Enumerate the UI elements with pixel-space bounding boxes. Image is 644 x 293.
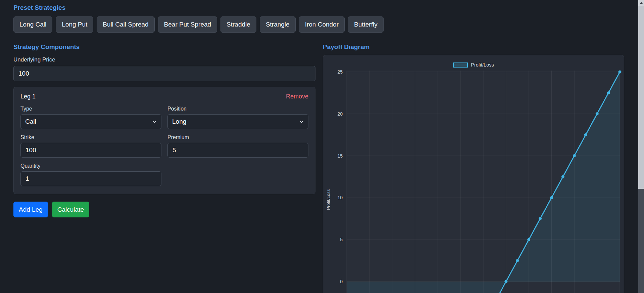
preset-straddle-button[interactable]: Straddle <box>220 16 256 33</box>
premium-field: Premium <box>167 134 308 158</box>
premium-input[interactable] <box>167 143 308 158</box>
options-strategy-page: Preset Strategies Long Call Long Put Bul… <box>0 0 644 293</box>
premium-label: Premium <box>167 134 308 141</box>
preset-bull-call-spread-button[interactable]: Bull Call Spread <box>97 16 154 33</box>
preset-iron-condor-button[interactable]: Iron Condor <box>299 16 345 33</box>
preset-strangle-button[interactable]: Strangle <box>260 16 296 33</box>
position-field: Position Long <box>167 106 308 129</box>
quantity-field: Quantity <box>20 163 161 186</box>
leg-fields-grid: Type Call Position Long <box>20 106 308 191</box>
svg-text:15: 15 <box>337 153 343 159</box>
preset-strategies-title: Preset Strategies <box>13 4 631 12</box>
underlying-price-input[interactable] <box>13 66 315 81</box>
scrollbar-thumb[interactable] <box>638 6 644 189</box>
app-viewport: Preset Strategies Long Call Long Put Bul… <box>0 0 644 293</box>
legend-swatch-icon <box>453 62 468 68</box>
type-select-value: Call <box>25 118 36 125</box>
leg-title: Leg 1 <box>20 93 36 100</box>
main-columns: Strategy Components Underlying Price Leg… <box>13 43 631 293</box>
preset-butterfly-button[interactable]: Butterfly <box>348 16 384 33</box>
svg-text:25: 25 <box>337 69 343 75</box>
type-label: Type <box>20 106 161 112</box>
strike-input[interactable] <box>20 143 161 158</box>
chevron-down-icon <box>299 119 304 124</box>
svg-text:10: 10 <box>337 195 343 201</box>
svg-text:5: 5 <box>340 237 343 243</box>
quantity-input[interactable] <box>20 171 161 186</box>
svg-text:20: 20 <box>337 111 343 117</box>
quantity-label: Quantity <box>20 163 161 169</box>
calculate-button[interactable]: Calculate <box>52 202 89 218</box>
payoff-chart[interactable]: 0510152025Profit/Loss <box>323 55 624 293</box>
payoff-diagram-title: Payoff Diagram <box>323 43 624 51</box>
strategy-components-title: Strategy Components <box>13 43 315 51</box>
strike-label: Strike <box>20 134 161 141</box>
chart-legend[interactable]: Profit/Loss <box>323 62 624 68</box>
remove-leg-button[interactable]: Remove <box>286 93 308 100</box>
underlying-price-label: Underlying Price <box>13 56 315 63</box>
preset-strategies-row: Long Call Long Put Bull Call Spread Bear… <box>13 16 631 33</box>
preset-long-call-button[interactable]: Long Call <box>13 16 52 33</box>
position-select-value: Long <box>172 118 186 125</box>
strategy-components-panel: Strategy Components Underlying Price Leg… <box>13 43 315 293</box>
scroll-up-icon <box>640 2 643 4</box>
payoff-panel: Payoff Diagram Profit/Loss 0510152025Pro… <box>323 43 624 293</box>
add-leg-button[interactable]: Add Leg <box>13 202 48 218</box>
type-select[interactable]: Call <box>20 114 161 129</box>
chevron-down-icon <box>152 119 157 124</box>
type-field: Type Call <box>20 106 161 129</box>
legend-label: Profit/Loss <box>471 62 494 68</box>
preset-bear-put-spread-button[interactable]: Bear Put Spread <box>158 16 217 33</box>
leg-card: Leg 1 Remove Type Call <box>13 87 315 194</box>
preset-long-put-button[interactable]: Long Put <box>56 16 93 33</box>
position-label: Position <box>167 106 308 112</box>
actions-row: Add Leg Calculate <box>13 202 315 218</box>
scrollbar[interactable] <box>638 0 644 293</box>
scroll-up-button[interactable] <box>638 0 644 6</box>
leg-header: Leg 1 Remove <box>20 93 308 100</box>
svg-text:Profit/Loss: Profit/Loss <box>326 189 331 210</box>
position-select[interactable]: Long <box>167 114 308 129</box>
strike-field: Strike <box>20 134 161 158</box>
svg-text:0: 0 <box>340 279 343 284</box>
payoff-chart-card[interactable]: Profit/Loss 0510152025Profit/Loss <box>323 55 624 293</box>
